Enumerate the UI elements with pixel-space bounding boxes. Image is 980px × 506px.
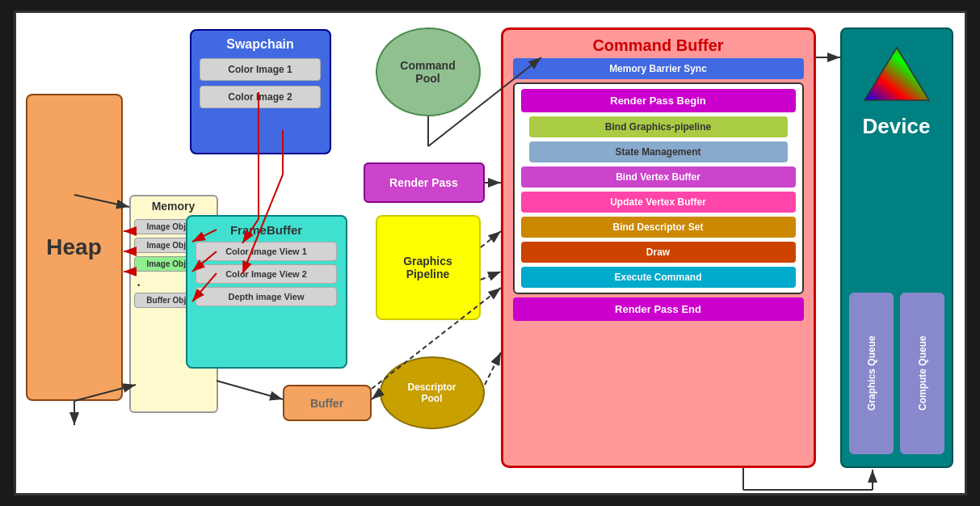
graphics-pipeline-label: Graphics Pipeline: [403, 255, 452, 280]
diagram-container: Heap Memory Image Object Image Object Im…: [14, 11, 967, 495]
command-buffer-title: Command Buffer: [592, 36, 723, 55]
graphics-queue: Graphics Queue: [849, 293, 894, 454]
command-buffer-inner: Render Pass Begin Bind Graphics-pipeline…: [513, 82, 804, 294]
queues-row: Graphics Queue Compute Queue: [849, 293, 944, 454]
state-management: State Management: [529, 141, 788, 162]
compute-queue: Compute Queue: [900, 293, 944, 454]
svg-line-22: [481, 272, 501, 280]
graphics-pipeline-box: Graphics Pipeline: [376, 215, 481, 320]
svg-line-16: [217, 381, 283, 399]
draw-command: Draw: [521, 242, 796, 263]
update-vertex-buffer: Update Vertex Buffer: [521, 192, 796, 213]
color-image-2: Color Image 2: [200, 86, 321, 108]
svg-line-21: [481, 231, 501, 247]
descriptor-pool-label: Descriptor Pool: [407, 382, 456, 404]
color-triangle: [860, 44, 933, 109]
render-pass-label: Render Pass: [389, 176, 458, 189]
svg-line-25: [372, 393, 380, 399]
heap-box: Heap: [26, 94, 123, 401]
bind-graphics-pipeline: Bind Graphics-pipeline: [529, 116, 788, 137]
device-box: Device Graphics Queue Compute Queue: [840, 27, 953, 468]
render-pass-begin: Render Pass Begin: [521, 89, 796, 112]
memory-title: Memory: [134, 200, 213, 213]
descriptor-pool-box: Descriptor Pool: [380, 356, 485, 429]
framebuffer-title: FrameBuffer: [230, 223, 302, 237]
command-buffer-box: Command Buffer Memory Barrier Sync Rende…: [501, 27, 816, 468]
bind-descriptor-set: Bind Descriptor Set: [521, 217, 796, 238]
framebuffer-box: FrameBuffer Color Image View 1 Color Ima…: [186, 215, 347, 369]
command-pool-label: Command Pool: [400, 59, 455, 85]
swapchain-title: Swapchain: [226, 37, 294, 52]
heap-label: Heap: [46, 234, 101, 260]
render-pass-end: Render Pass End: [513, 297, 804, 321]
svg-marker-0: [864, 48, 929, 100]
command-pool-box: Command Pool: [376, 27, 481, 116]
color-image-1: Color Image 1: [200, 58, 321, 81]
render-pass-box: Render Pass: [364, 162, 485, 203]
bind-vertex-buffer: Bind Vertex Buffer: [521, 167, 796, 188]
depth-image-view: Depth image View: [196, 287, 337, 306]
buffer-label: Buffer: [310, 397, 343, 410]
svg-line-23: [485, 352, 501, 385]
color-image-view-1: Color Image View 1: [196, 242, 337, 261]
device-title: Device: [863, 114, 931, 139]
execute-command: Execute Command: [521, 267, 796, 288]
buffer-box: Buffer: [283, 385, 372, 421]
swapchain-box: Swapchain Color Image 1 Color Image 2: [190, 29, 331, 154]
memory-barrier-sync: Memory Barrier Sync: [513, 58, 804, 79]
color-image-view-2: Color Image View 2: [196, 264, 337, 284]
dot-separator: .: [134, 275, 141, 289]
